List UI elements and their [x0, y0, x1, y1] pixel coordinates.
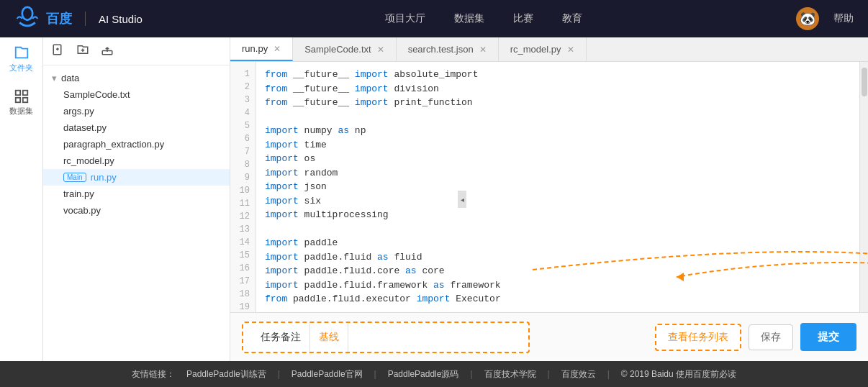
- svg-rect-1: [15, 90, 19, 94]
- sidebar-files-label: 文件夹: [9, 63, 33, 73]
- sidebar: 文件夹 数据集: [0, 37, 43, 361]
- upload-button[interactable]: [101, 43, 114, 59]
- fold-arrow[interactable]: ◂: [458, 191, 466, 208]
- svg-rect-3: [15, 97, 19, 101]
- scrollbar[interactable]: [859, 62, 868, 312]
- tab-runpy-label: run.py: [242, 43, 268, 54]
- nav-item-projects[interactable]: 项目大厅: [385, 9, 425, 28]
- main-area: 文件夹 数据集: [0, 37, 868, 361]
- line-numbers: 123456789101112131415161718192021222324: [230, 62, 256, 312]
- footer-link-paddlecamp[interactable]: PaddlePaddle训练营: [186, 368, 266, 381]
- submit-button[interactable]: 提交: [800, 323, 856, 351]
- tab-rcmodel-close[interactable]: ✕: [567, 45, 574, 55]
- logo-area: 百度 AI Studio: [14, 6, 143, 32]
- right-actions: 查看任务列表 保存 提交: [655, 323, 856, 351]
- code-editor[interactable]: 123456789101112131415161718192021222324 …: [230, 62, 859, 312]
- tab-bar: run.py ✕ SampleCode.txt ✕ search.test.js…: [230, 37, 868, 62]
- task-note-label: 任务备注: [261, 331, 301, 344]
- top-nav: 百度 AI Studio 项目大厅 数据集 比赛 教育 🐼 帮助: [0, 0, 868, 37]
- svg-rect-4: [22, 97, 27, 101]
- svg-point-0: [22, 7, 32, 20]
- tab-samplecode-close[interactable]: ✕: [377, 45, 384, 55]
- view-task-button[interactable]: 查看任务列表: [655, 324, 741, 351]
- code-panel: 123456789101112131415161718192021222324 …: [230, 62, 868, 312]
- footer-copyright: © 2019 Baidu 使用百度前必读: [621, 368, 736, 381]
- nav-right: 🐼 帮助: [796, 7, 854, 30]
- brand-label: 百度: [46, 10, 72, 27]
- file-args[interactable]: args.py: [43, 103, 230, 119]
- nav-item-datasets[interactable]: 数据集: [454, 9, 484, 28]
- sidebar-dataset-label: 数据集: [9, 106, 33, 117]
- nav-items: 项目大厅 数据集 比赛 教育: [171, 9, 796, 28]
- baseline-label: 基线: [319, 331, 339, 344]
- save-label: 保存: [761, 331, 781, 342]
- tab-searchtest-close[interactable]: ✕: [479, 45, 487, 55]
- save-button[interactable]: 保存: [749, 324, 793, 350]
- tab-samplecode[interactable]: SampleCode.txt ✕: [293, 37, 397, 61]
- file-vocab[interactable]: vocab.py: [43, 202, 230, 219]
- help-link[interactable]: 帮助: [833, 12, 854, 25]
- tab-searchtest[interactable]: search.test.json ✕: [397, 37, 499, 61]
- file-explorer: ▾ data SampleCode.txt args.py dataset.py…: [43, 37, 230, 361]
- task-note-area: 任务备注 基线: [242, 322, 530, 353]
- nav-separator: [85, 12, 86, 26]
- file-train[interactable]: train.py: [43, 186, 230, 202]
- file-dataset[interactable]: dataset.py: [43, 119, 230, 136]
- new-file-button[interactable]: [52, 43, 65, 59]
- footer: 友情链接： PaddlePaddle训练营 | PaddlePaddle官网 |…: [0, 361, 868, 387]
- tab-runpy[interactable]: run.py ✕: [230, 37, 293, 61]
- file-toolbar: [43, 37, 230, 65]
- file-rcmodel[interactable]: rc_model.py: [43, 152, 230, 169]
- file-list: ▾ data SampleCode.txt args.py dataset.py…: [43, 65, 230, 361]
- main-badge: Main: [63, 173, 86, 182]
- avatar[interactable]: 🐼: [796, 7, 819, 30]
- new-folder-button[interactable]: [76, 43, 89, 59]
- tab-rcmodel[interactable]: rc_model.py ✕: [499, 37, 587, 61]
- task-note-tab[interactable]: 任务备注: [252, 323, 310, 352]
- sidebar-item-files[interactable]: 文件夹: [7, 45, 36, 73]
- footer-link-baiduyun[interactable]: 百度效云: [561, 368, 596, 381]
- nav-item-competition[interactable]: 比赛: [513, 9, 533, 28]
- footer-link-paddlesrc[interactable]: PaddlePaddle源码: [388, 368, 459, 381]
- baseline-tab[interactable]: 基线: [310, 323, 348, 352]
- sidebar-item-dataset[interactable]: 数据集: [7, 88, 36, 117]
- folder-data[interactable]: ▾ data: [43, 70, 230, 86]
- bottom-panel: 任务备注 基线 查看任务列表 保存 提交: [230, 312, 868, 361]
- task-note-input[interactable]: [348, 332, 520, 343]
- view-task-label: 查看任务列表: [668, 331, 728, 342]
- tab-runpy-close[interactable]: ✕: [273, 44, 281, 54]
- footer-link-baidutech[interactable]: 百度技术学院: [484, 368, 536, 381]
- footer-prefix: 友情链接：: [132, 368, 175, 381]
- studio-label: AI Studio: [99, 13, 143, 25]
- tab-samplecode-label: SampleCode.txt: [304, 44, 371, 55]
- baidu-logo-icon: [14, 6, 40, 32]
- tab-searchtest-label: search.test.json: [408, 44, 474, 55]
- file-paragraph[interactable]: paragraph_extraction.py: [43, 136, 230, 152]
- editor-area: run.py ✕ SampleCode.txt ✕ search.test.js…: [230, 37, 868, 361]
- submit-label: 提交: [818, 330, 839, 342]
- footer-link-paddlehome[interactable]: PaddlePaddle官网: [291, 368, 363, 381]
- scroll-thumb[interactable]: [862, 68, 867, 96]
- code-content: from __future__ import absolute_import f…: [256, 62, 859, 312]
- file-samplecode[interactable]: SampleCode.txt: [43, 86, 230, 103]
- nav-item-education[interactable]: 教育: [562, 9, 582, 28]
- file-runpy[interactable]: Main run.py: [43, 169, 230, 186]
- svg-rect-2: [22, 90, 27, 94]
- tab-rcmodel-label: rc_model.py: [510, 44, 561, 55]
